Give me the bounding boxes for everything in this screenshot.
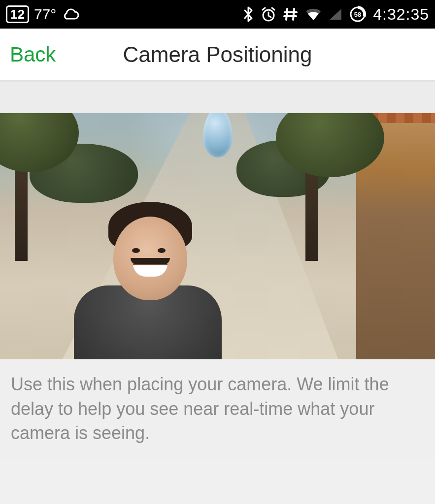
positioning-help-text: Use this when placing your camera. We li… — [0, 359, 435, 458]
weather-cloud-icon — [61, 8, 80, 21]
hash-icon — [283, 7, 298, 22]
header-spacer — [0, 82, 435, 113]
android-status-bar: 12 77° 58 4:32:35 — [0, 0, 435, 29]
bluetooth-icon — [243, 6, 254, 23]
status-clock: 4:32:35 — [373, 5, 429, 24]
status-left-cluster: 12 77° — [6, 5, 80, 23]
scene-person — [74, 217, 222, 359]
battery-circle-icon: 58 — [349, 6, 366, 23]
wifi-icon — [305, 7, 322, 21]
calendar-date-badge: 12 — [6, 5, 29, 23]
scene-ornament — [203, 113, 233, 158]
page-title: Camera Positioning — [123, 42, 312, 67]
battery-percent-text: 58 — [354, 11, 361, 18]
app-header: Back Camera Positioning — [0, 29, 435, 82]
cell-signal-icon — [329, 8, 342, 21]
temperature-readout: 77° — [34, 6, 56, 23]
camera-live-preview[interactable] — [0, 113, 435, 359]
back-button[interactable]: Back — [10, 43, 56, 66]
status-right-cluster: 58 4:32:35 — [243, 5, 429, 24]
alarm-clock-icon — [261, 6, 276, 22]
